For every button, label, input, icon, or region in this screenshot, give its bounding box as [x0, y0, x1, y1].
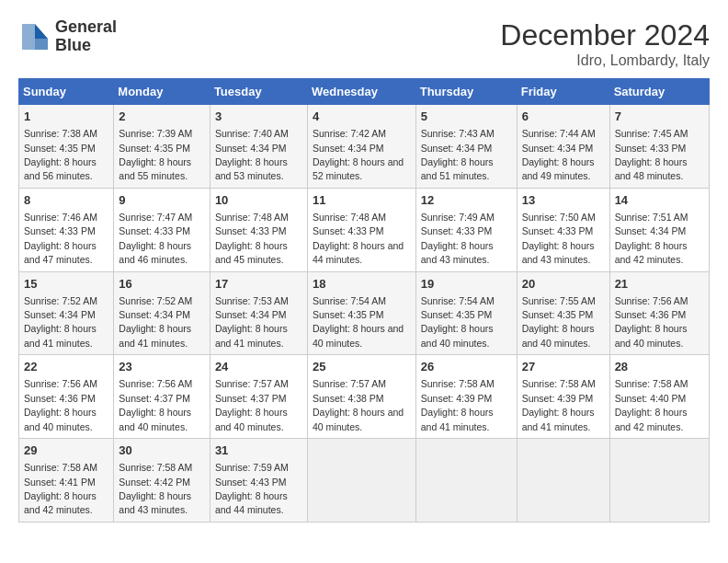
daylight-text: Daylight: 8 hours and 55 minutes. — [119, 156, 191, 181]
sunset-text: Sunset: 4:34 PM — [313, 143, 384, 154]
calendar-cell: 15Sunrise: 7:52 AMSunset: 4:34 PMDayligh… — [19, 271, 114, 355]
sunset-text: Sunset: 4:35 PM — [522, 309, 594, 320]
calendar-cell: 24Sunrise: 7:57 AMSunset: 4:37 PMDayligh… — [210, 355, 307, 439]
calendar-cell: 31Sunrise: 7:59 AMSunset: 4:43 PMDayligh… — [210, 439, 307, 523]
daylight-text: Daylight: 8 hours and 44 minutes. — [215, 490, 288, 515]
sunset-text: Sunset: 4:33 PM — [421, 225, 493, 236]
sunset-text: Sunset: 4:35 PM — [313, 309, 384, 320]
daylight-text: Daylight: 8 hours and 46 minutes. — [119, 240, 191, 265]
svg-marker-2 — [22, 24, 35, 50]
sunset-text: Sunset: 4:42 PM — [119, 477, 190, 488]
calendar-cell: 17Sunrise: 7:53 AMSunset: 4:34 PMDayligh… — [210, 271, 307, 355]
col-header-wednesday: Wednesday — [307, 79, 415, 105]
daylight-text: Daylight: 8 hours and 40 minutes. — [522, 323, 595, 348]
calendar-cell: 16Sunrise: 7:52 AMSunset: 4:34 PMDayligh… — [114, 271, 210, 355]
header-row: SundayMondayTuesdayWednesdayThursdayFrid… — [19, 79, 710, 105]
logo: General Blue — [18, 18, 117, 55]
sunrise-text: Sunrise: 7:57 AM — [313, 378, 386, 389]
calendar-cell: 9Sunrise: 7:47 AMSunset: 4:33 PMDaylight… — [114, 188, 210, 271]
sunrise-text: Sunrise: 7:48 AM — [313, 212, 386, 223]
sunrise-text: Sunrise: 7:49 AM — [421, 212, 495, 223]
calendar-cell: 13Sunrise: 7:50 AMSunset: 4:33 PMDayligh… — [517, 188, 609, 271]
sunrise-text: Sunrise: 7:52 AM — [24, 295, 97, 306]
day-number: 28 — [615, 359, 704, 375]
daylight-text: Daylight: 8 hours and 52 minutes. — [313, 156, 404, 181]
daylight-text: Daylight: 8 hours and 41 minutes. — [421, 407, 494, 431]
daylight-text: Daylight: 8 hours and 40 minutes. — [615, 323, 688, 348]
sunrise-text: Sunrise: 7:47 AM — [119, 212, 192, 223]
calendar-cell: 8Sunrise: 7:46 AMSunset: 4:33 PMDaylight… — [19, 188, 114, 271]
sunset-text: Sunset: 4:39 PM — [421, 393, 493, 404]
calendar-cell: 5Sunrise: 7:43 AMSunset: 4:34 PMDaylight… — [415, 105, 517, 189]
day-number: 24 — [215, 359, 302, 375]
sunrise-text: Sunrise: 7:55 AM — [522, 295, 596, 306]
sunset-text: Sunset: 4:38 PM — [313, 393, 384, 404]
day-number: 17 — [215, 276, 302, 293]
daylight-text: Daylight: 8 hours and 47 minutes. — [24, 240, 97, 265]
sunrise-text: Sunrise: 7:54 AM — [421, 295, 495, 306]
sunset-text: Sunset: 4:37 PM — [215, 393, 287, 404]
day-number: 29 — [24, 442, 108, 459]
sunset-text: Sunset: 4:34 PM — [215, 309, 287, 320]
daylight-text: Daylight: 8 hours and 41 minutes. — [522, 407, 595, 431]
sunset-text: Sunset: 4:34 PM — [421, 143, 493, 154]
calendar-cell: 25Sunrise: 7:57 AMSunset: 4:38 PMDayligh… — [307, 355, 415, 439]
calendar-cell — [307, 439, 415, 523]
calendar-cell: 10Sunrise: 7:48 AMSunset: 4:33 PMDayligh… — [210, 188, 307, 271]
day-number: 3 — [215, 109, 302, 125]
sunset-text: Sunset: 4:33 PM — [522, 225, 594, 236]
day-number: 19 — [421, 276, 512, 293]
sunset-text: Sunset: 4:36 PM — [24, 393, 96, 404]
daylight-text: Daylight: 8 hours and 40 minutes. — [119, 407, 191, 431]
daylight-text: Daylight: 8 hours and 42 minutes. — [24, 490, 97, 515]
sunset-text: Sunset: 4:33 PM — [313, 225, 384, 236]
subtitle: Idro, Lombardy, Italy — [500, 52, 710, 69]
day-number: 6 — [522, 109, 605, 125]
day-number: 8 — [24, 192, 108, 209]
sunrise-text: Sunrise: 7:54 AM — [313, 295, 386, 306]
sunrise-text: Sunrise: 7:51 AM — [615, 212, 688, 223]
sunrise-text: Sunrise: 7:39 AM — [119, 128, 192, 139]
day-number: 2 — [119, 109, 205, 125]
daylight-text: Daylight: 8 hours and 43 minutes. — [421, 240, 494, 265]
day-number: 13 — [522, 192, 605, 209]
day-number: 11 — [313, 192, 411, 209]
daylight-text: Daylight: 8 hours and 48 minutes. — [615, 156, 688, 181]
sunset-text: Sunset: 4:39 PM — [522, 393, 594, 404]
sunset-text: Sunset: 4:33 PM — [119, 225, 190, 236]
sunset-text: Sunset: 4:33 PM — [615, 143, 687, 154]
calendar-cell: 1Sunrise: 7:38 AMSunset: 4:35 PMDaylight… — [19, 105, 114, 189]
daylight-text: Daylight: 8 hours and 41 minutes. — [24, 323, 97, 348]
sunrise-text: Sunrise: 7:56 AM — [615, 295, 688, 306]
calendar-week-4: 22Sunrise: 7:56 AMSunset: 4:36 PMDayligh… — [19, 355, 710, 439]
day-number: 31 — [215, 442, 302, 459]
day-number: 27 — [522, 359, 605, 375]
day-number: 9 — [119, 192, 205, 209]
col-header-saturday: Saturday — [609, 79, 709, 105]
calendar-cell: 12Sunrise: 7:49 AMSunset: 4:33 PMDayligh… — [415, 188, 517, 271]
day-number: 4 — [313, 109, 411, 125]
col-header-tuesday: Tuesday — [210, 79, 307, 105]
day-number: 22 — [24, 359, 108, 375]
daylight-text: Daylight: 8 hours and 41 minutes. — [215, 323, 288, 348]
calendar-cell: 3Sunrise: 7:40 AMSunset: 4:34 PMDaylight… — [210, 105, 307, 189]
daylight-text: Daylight: 8 hours and 51 minutes. — [421, 156, 494, 181]
sunset-text: Sunset: 4:35 PM — [119, 143, 190, 154]
calendar-week-3: 15Sunrise: 7:52 AMSunset: 4:34 PMDayligh… — [19, 271, 710, 355]
calendar-cell: 19Sunrise: 7:54 AMSunset: 4:35 PMDayligh… — [415, 271, 517, 355]
daylight-text: Daylight: 8 hours and 56 minutes. — [24, 156, 97, 181]
col-header-sunday: Sunday — [19, 79, 114, 105]
sunrise-text: Sunrise: 7:58 AM — [522, 378, 596, 389]
main-title: December 2024 — [500, 18, 710, 52]
day-number: 26 — [421, 359, 512, 375]
sunset-text: Sunset: 4:43 PM — [215, 477, 287, 488]
sunset-text: Sunset: 4:41 PM — [24, 477, 96, 488]
sunset-text: Sunset: 4:35 PM — [421, 309, 493, 320]
day-number: 25 — [313, 359, 411, 375]
sunrise-text: Sunrise: 7:45 AM — [615, 128, 688, 139]
calendar-cell: 23Sunrise: 7:56 AMSunset: 4:37 PMDayligh… — [114, 355, 210, 439]
sunset-text: Sunset: 4:35 PM — [24, 143, 96, 154]
col-header-thursday: Thursday — [415, 79, 517, 105]
day-number: 16 — [119, 276, 205, 293]
daylight-text: Daylight: 8 hours and 43 minutes. — [522, 240, 595, 265]
